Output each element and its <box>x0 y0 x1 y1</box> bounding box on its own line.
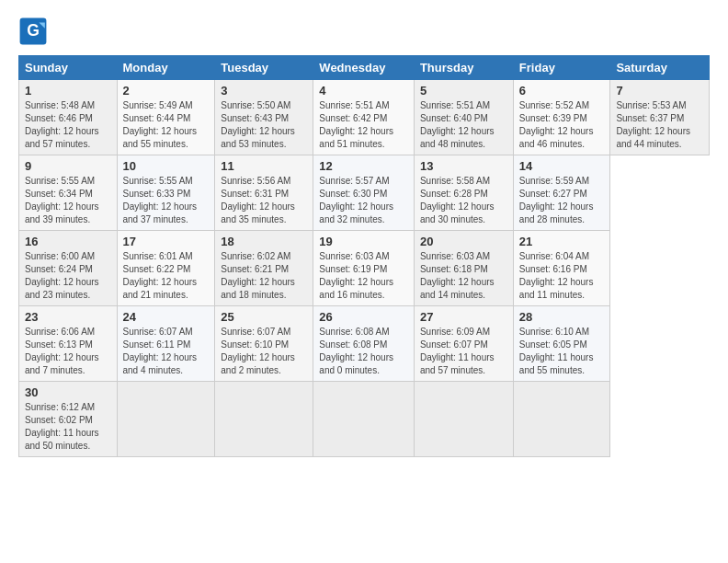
weekday-header-friday: Friday <box>513 56 610 80</box>
weekday-header-wednesday: Wednesday <box>313 56 415 80</box>
calendar-cell: 10 Sunrise: 5:55 AMSunset: 6:33 PMDaylig… <box>117 155 215 231</box>
day-number: 17 <box>123 235 210 248</box>
day-info: Sunrise: 6:00 AMSunset: 6:24 PMDaylight:… <box>25 251 99 300</box>
calendar-cell: 28 Sunrise: 6:10 AMSunset: 6:05 PMDaylig… <box>513 306 610 382</box>
day-number: 10 <box>123 159 210 173</box>
day-info: Sunrise: 5:53 AMSunset: 6:37 PMDaylight:… <box>616 100 690 149</box>
day-info: Sunrise: 6:12 AMSunset: 6:02 PMDaylight:… <box>25 402 99 451</box>
calendar-cell: 21 Sunrise: 6:04 AMSunset: 6:16 PMDaylig… <box>513 231 610 306</box>
weekday-header-monday: Monday <box>117 56 215 80</box>
calendar-cell <box>215 382 313 457</box>
calendar-cell: 5 Sunrise: 5:51 AMSunset: 6:40 PMDayligh… <box>414 80 513 155</box>
day-number: 30 <box>25 385 111 399</box>
day-info: Sunrise: 6:04 AMSunset: 6:16 PMDaylight:… <box>519 251 594 300</box>
day-info: Sunrise: 5:51 AMSunset: 6:42 PMDaylight:… <box>319 100 393 149</box>
day-info: Sunrise: 6:10 AMSunset: 6:05 PMDaylight:… <box>519 327 594 375</box>
day-info: Sunrise: 5:59 AMSunset: 6:27 PMDaylight:… <box>519 176 594 224</box>
day-number: 7 <box>616 84 703 98</box>
calendar-cell: 30 Sunrise: 6:12 AMSunset: 6:02 PMDaylig… <box>19 382 118 457</box>
day-info: Sunrise: 6:07 AMSunset: 6:10 PMDaylight:… <box>221 327 295 375</box>
calendar-cell: 19 Sunrise: 6:03 AMSunset: 6:19 PMDaylig… <box>313 231 415 306</box>
calendar-cell: 24 Sunrise: 6:07 AMSunset: 6:11 PMDaylig… <box>117 306 215 382</box>
day-number: 3 <box>221 84 307 98</box>
day-number: 20 <box>420 235 507 248</box>
day-number: 9 <box>25 159 111 173</box>
weekday-header-tuesday: Tuesday <box>215 56 313 80</box>
day-number: 16 <box>25 235 111 248</box>
day-info: Sunrise: 6:03 AMSunset: 6:18 PMDaylight:… <box>420 251 495 300</box>
day-number: 14 <box>519 159 605 173</box>
calendar-cell: 7 Sunrise: 5:53 AMSunset: 6:37 PMDayligh… <box>610 80 710 155</box>
day-number: 11 <box>221 159 307 173</box>
day-info: Sunrise: 5:52 AMSunset: 6:39 PMDaylight:… <box>519 100 594 149</box>
calendar-cell <box>117 382 215 457</box>
calendar-cell: 6 Sunrise: 5:52 AMSunset: 6:39 PMDayligh… <box>513 80 610 155</box>
calendar-cell: 1 Sunrise: 5:48 AMSunset: 6:46 PMDayligh… <box>19 80 118 155</box>
calendar-table: SundayMondayTuesdayWednesdayThursdayFrid… <box>18 55 710 457</box>
day-number: 5 <box>420 84 507 98</box>
day-number: 24 <box>123 310 210 324</box>
calendar-cell: 12 Sunrise: 5:57 AMSunset: 6:30 PMDaylig… <box>313 155 415 231</box>
weekday-header-saturday: Saturday <box>610 56 710 80</box>
weekday-header-sunday: Sunday <box>19 56 118 80</box>
calendar-cell: 11 Sunrise: 5:56 AMSunset: 6:31 PMDaylig… <box>215 155 313 231</box>
calendar-cell: 16 Sunrise: 6:00 AMSunset: 6:24 PMDaylig… <box>19 231 118 306</box>
calendar-cell: 26 Sunrise: 6:08 AMSunset: 6:08 PMDaylig… <box>313 306 415 382</box>
calendar-cell: 25 Sunrise: 6:07 AMSunset: 6:10 PMDaylig… <box>215 306 313 382</box>
day-number: 12 <box>319 159 408 173</box>
day-info: Sunrise: 5:50 AMSunset: 6:43 PMDaylight:… <box>221 100 295 149</box>
calendar-cell: 14 Sunrise: 5:59 AMSunset: 6:27 PMDaylig… <box>513 155 610 231</box>
day-info: Sunrise: 6:01 AMSunset: 6:22 PMDaylight:… <box>123 251 198 300</box>
calendar-cell: 4 Sunrise: 5:51 AMSunset: 6:42 PMDayligh… <box>313 80 415 155</box>
calendar-cell <box>513 382 610 457</box>
calendar-cell: 20 Sunrise: 6:03 AMSunset: 6:18 PMDaylig… <box>414 231 513 306</box>
logo: G <box>18 17 51 46</box>
day-info: Sunrise: 5:57 AMSunset: 6:30 PMDaylight:… <box>319 176 393 224</box>
day-number: 18 <box>221 235 307 248</box>
day-number: 1 <box>25 84 111 98</box>
calendar-cell: 13 Sunrise: 5:58 AMSunset: 6:28 PMDaylig… <box>414 155 513 231</box>
day-number: 28 <box>519 310 605 324</box>
day-number: 21 <box>519 235 605 248</box>
day-info: Sunrise: 6:02 AMSunset: 6:21 PMDaylight:… <box>221 251 295 300</box>
day-number: 26 <box>319 310 408 324</box>
day-info: Sunrise: 6:09 AMSunset: 6:07 PMDaylight:… <box>420 327 495 375</box>
day-info: Sunrise: 5:49 AMSunset: 6:44 PMDaylight:… <box>123 100 198 149</box>
day-number: 23 <box>25 310 111 324</box>
calendar-cell <box>313 382 415 457</box>
weekday-header-thursday: Thursday <box>414 56 513 80</box>
day-info: Sunrise: 6:07 AMSunset: 6:11 PMDaylight:… <box>123 327 198 375</box>
calendar-cell: 2 Sunrise: 5:49 AMSunset: 6:44 PMDayligh… <box>117 80 215 155</box>
calendar-cell: 9 Sunrise: 5:55 AMSunset: 6:34 PMDayligh… <box>19 155 118 231</box>
calendar-cell: 27 Sunrise: 6:09 AMSunset: 6:07 PMDaylig… <box>414 306 513 382</box>
day-number: 19 <box>319 235 408 248</box>
day-info: Sunrise: 6:08 AMSunset: 6:08 PMDaylight:… <box>319 327 393 375</box>
day-number: 2 <box>123 84 210 98</box>
day-info: Sunrise: 5:55 AMSunset: 6:33 PMDaylight:… <box>123 176 198 224</box>
day-number: 13 <box>420 159 507 173</box>
day-info: Sunrise: 5:51 AMSunset: 6:40 PMDaylight:… <box>420 100 495 149</box>
day-info: Sunrise: 5:48 AMSunset: 6:46 PMDaylight:… <box>25 100 99 149</box>
day-info: Sunrise: 5:58 AMSunset: 6:28 PMDaylight:… <box>420 176 495 224</box>
day-number: 25 <box>221 310 307 324</box>
calendar-cell <box>414 382 513 457</box>
day-info: Sunrise: 5:56 AMSunset: 6:31 PMDaylight:… <box>221 176 295 224</box>
calendar-cell: 3 Sunrise: 5:50 AMSunset: 6:43 PMDayligh… <box>215 80 313 155</box>
day-info: Sunrise: 5:55 AMSunset: 6:34 PMDaylight:… <box>25 176 99 224</box>
day-number: 27 <box>420 310 507 324</box>
calendar-cell: 18 Sunrise: 6:02 AMSunset: 6:21 PMDaylig… <box>215 231 313 306</box>
day-number: 4 <box>319 84 408 98</box>
day-info: Sunrise: 6:03 AMSunset: 6:19 PMDaylight:… <box>319 251 393 300</box>
day-info: Sunrise: 6:06 AMSunset: 6:13 PMDaylight:… <box>25 327 99 375</box>
logo-icon: G <box>18 17 48 46</box>
calendar-cell: 17 Sunrise: 6:01 AMSunset: 6:22 PMDaylig… <box>117 231 215 306</box>
svg-text:G: G <box>27 21 40 40</box>
calendar-cell: 23 Sunrise: 6:06 AMSunset: 6:13 PMDaylig… <box>19 306 118 382</box>
day-number: 6 <box>519 84 605 98</box>
